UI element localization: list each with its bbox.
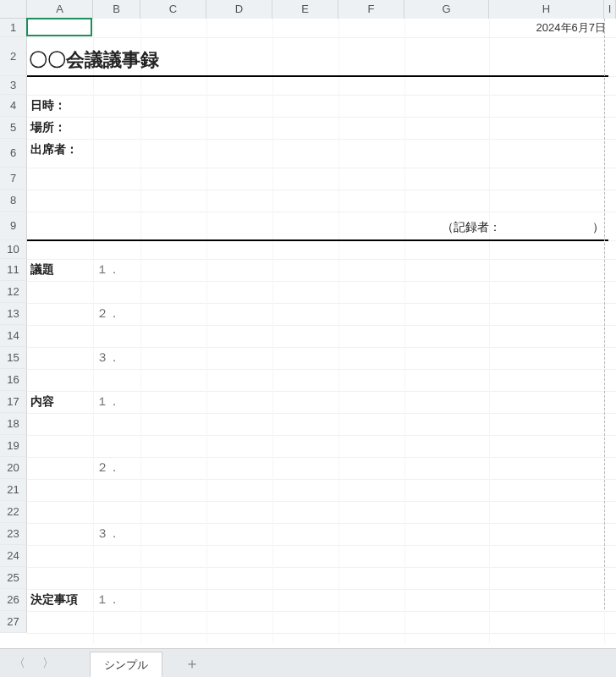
row-header-4[interactable]: 4 [0, 95, 27, 117]
col-header-H[interactable]: H [489, 0, 604, 19]
row-header-20[interactable]: 20 [0, 457, 27, 479]
row-header-14[interactable]: 14 [0, 325, 27, 347]
col-header-A[interactable]: A [27, 0, 93, 19]
row-header-26[interactable]: 26 [0, 589, 27, 611]
row-header-6[interactable]: 6 [0, 139, 27, 168]
col-header-D[interactable]: D [206, 0, 272, 19]
sheet-tab-active[interactable]: シンプル [90, 652, 162, 677]
label-recorder-close: ） [592, 220, 604, 235]
row-header-15[interactable]: 15 [0, 347, 27, 369]
tab-nav-prev[interactable]: 〈 [8, 654, 30, 673]
select-all-corner[interactable] [0, 0, 27, 19]
label-agenda: 議題 [30, 262, 54, 278]
agenda-2: ２． [96, 306, 120, 322]
row-header-12[interactable]: 12 [0, 281, 27, 303]
label-attendees: 出席者： [30, 142, 78, 157]
decision-1: １． [96, 592, 120, 608]
col-header-C[interactable]: C [140, 0, 206, 19]
row-header-22[interactable]: 22 [0, 501, 27, 523]
row-header-13[interactable]: 13 [0, 303, 27, 325]
col-header-I[interactable]: I [604, 0, 616, 19]
row-header-18[interactable]: 18 [0, 413, 27, 435]
agenda-3: ３． [96, 350, 120, 366]
row-header-9[interactable]: 9 [0, 212, 27, 240]
col-header-E[interactable]: E [272, 0, 338, 19]
active-cell[interactable] [26, 18, 92, 36]
col-header-B[interactable]: B [93, 0, 140, 19]
label-place: 場所： [30, 120, 66, 135]
col-header-G[interactable]: G [404, 0, 489, 19]
label-datetime: 日時： [30, 98, 66, 113]
row-header-16[interactable]: 16 [0, 369, 27, 391]
content-1: １． [96, 394, 120, 410]
row-header-1[interactable]: 1 [0, 19, 27, 37]
sheet-tab-bar: 〈 〉 シンプル ＋ [0, 648, 616, 677]
tab-nav-next[interactable]: 〉 [37, 654, 59, 673]
row-header-5[interactable]: 5 [0, 117, 27, 139]
row-header-17[interactable]: 17 [0, 391, 27, 413]
add-sheet-button[interactable]: ＋ [169, 653, 215, 674]
row-header-24[interactable]: 24 [0, 545, 27, 567]
row-header-11[interactable]: 11 [0, 259, 27, 281]
cell-area[interactable]: 2024年6月7日 〇〇会議議事録 日時： 場所： 出席者： （記録者： ） 議… [27, 19, 616, 643]
row-header-3[interactable]: 3 [0, 76, 27, 95]
agenda-1: １． [96, 262, 120, 278]
row-header-8[interactable]: 8 [0, 190, 27, 212]
spreadsheet-grid: ABCDEFGHI 123456789101112131415161718192… [0, 0, 616, 643]
doc-title: 〇〇会議議事録 [29, 47, 159, 73]
row-header-7[interactable]: 7 [0, 168, 27, 190]
row-header-21[interactable]: 21 [0, 479, 27, 501]
label-content: 内容 [30, 394, 54, 410]
label-decisions: 決定事項 [30, 592, 78, 608]
row-header-27[interactable]: 27 [0, 611, 27, 633]
content-2: ２． [96, 460, 120, 476]
page-break-line [604, 19, 605, 609]
title-underline [27, 75, 608, 77]
row-header-25[interactable]: 25 [0, 567, 27, 589]
label-recorder-open: （記録者： [442, 220, 501, 235]
row-header-10[interactable]: 10 [0, 240, 27, 259]
row-header-23[interactable]: 23 [0, 523, 27, 545]
recorder-underline [27, 239, 608, 241]
col-header-F[interactable]: F [338, 0, 404, 19]
row-header-19[interactable]: 19 [0, 435, 27, 457]
doc-date: 2024年6月7日 [536, 20, 606, 36]
content-3: ３． [96, 526, 120, 542]
row-header-2[interactable]: 2 [0, 37, 27, 76]
